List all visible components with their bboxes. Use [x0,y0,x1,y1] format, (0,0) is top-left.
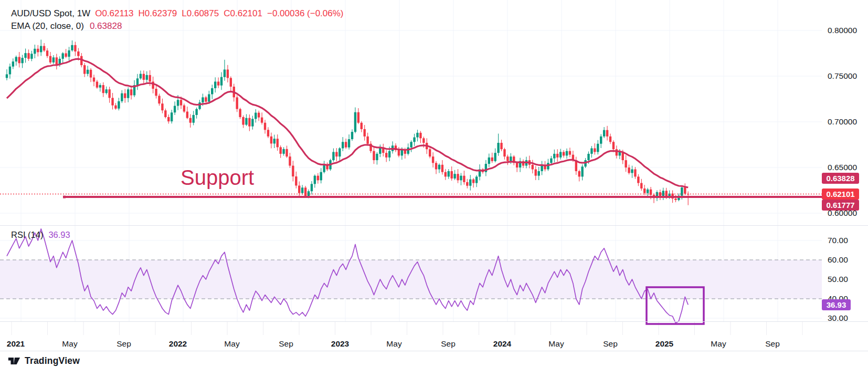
time-tick-label: 2024 [493,339,511,349]
time-tick-label: Sep [441,339,456,349]
ohlc-high: H0.62379 [139,8,177,18]
symbol-title[interactable]: AUD/USD Spot, 1W [11,8,90,18]
support-annotation-label[interactable]: Support [181,166,254,190]
rsi-legend-value: 36.93 [48,230,70,239]
time-tick-label: 2023 [331,339,349,349]
support-price-badge: 0.61777 [822,200,859,211]
time-tick-label: Sep [765,339,780,349]
rsi-legend-label[interactable]: RSI (14) [11,230,43,239]
price-tick-label: 0.80000 [828,25,857,36]
last-price-badge: 0.62101 [822,188,859,200]
ema-line[interactable] [7,59,688,187]
tradingview-chart-window: AUD/USD Spot, 1WO0.62113H0.62379L0.60875… [0,0,868,377]
time-tick-label: Sep [117,339,131,349]
time-tick-label: May [224,339,239,349]
tradingview-brand[interactable]: TradingView [7,355,80,366]
time-tick-label: 2022 [169,339,187,349]
rsi-tick-label: 30.00 [828,313,848,323]
rsi-legend[interactable]: RSI (14)36.93 [11,230,70,240]
support-line-anchor[interactable] [63,196,66,198]
price-tick-label: 0.65000 [828,162,857,173]
price-change: −0.00036 (−0.06%) [267,8,344,18]
ohlc-close: C0.62101 [224,8,262,18]
ema-legend-label[interactable]: EMA (20, close, 0) [11,21,84,31]
ema-legend[interactable]: EMA (20, close, 0)0.63828 [11,21,122,32]
brand-name: TradingView [25,355,80,366]
rsi-value-badge: 36.93 [822,299,851,310]
time-tick-label: Sep [279,339,293,349]
ema-legend-value: 0.63828 [90,21,122,31]
rsi-tick-label: 70.00 [828,235,848,246]
candlestick-series[interactable] [6,39,690,205]
chart-canvas[interactable] [0,0,868,353]
ema-price-badge: 0.63828 [822,173,859,184]
rsi-band [0,260,822,299]
rsi-tick-label: 60.00 [828,255,848,265]
time-tick-label: 2021 [7,339,25,349]
time-tick-label: May [386,339,401,349]
time-tick-label: May [62,339,77,349]
symbol-legend[interactable]: AUD/USD Spot, 1WO0.62113H0.62379L0.60875… [11,8,344,19]
tradingview-logo-icon [7,356,21,366]
time-tick-label: 2025 [655,339,673,349]
rsi-tick-label: 50.00 [828,274,848,285]
price-tick-label: 0.70000 [828,117,857,127]
ohlc-low: L0.60875 [182,8,219,18]
time-tick-label: May [711,339,726,349]
time-tick-label: Sep [603,339,618,349]
price-tick-label: 0.75000 [828,71,857,81]
time-tick-label: May [548,339,564,349]
ohlc-open: O0.62113 [95,8,133,18]
